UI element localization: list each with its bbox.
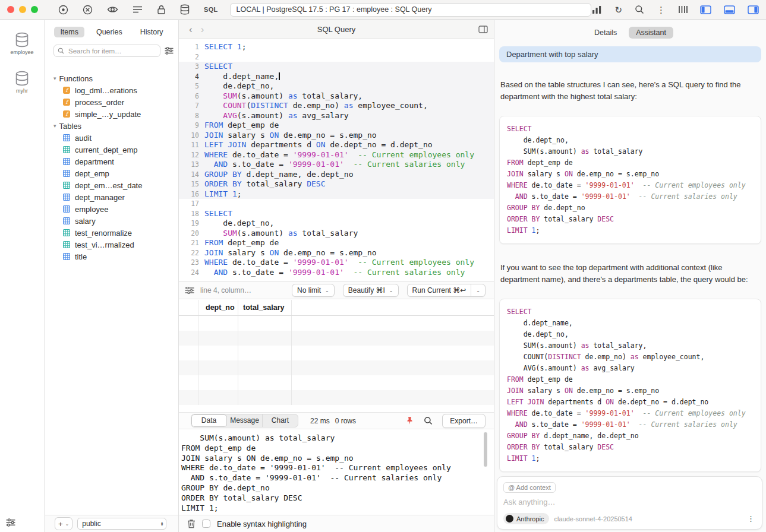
toggle-right-panel-icon[interactable]	[748, 5, 759, 14]
assistant-code-block-1[interactable]: SELECT de.dept_no, SUM(s.amount) as tota…	[499, 116, 761, 244]
sidebar-item-log_dml…erations[interactable]: flog_dml…erations	[45, 84, 178, 96]
beautify-dropdown[interactable]: Beautify ⌘I ⌄	[343, 284, 399, 297]
sidebar-item-test_renormalize[interactable]: test_renormalize	[45, 227, 178, 239]
message-scrollbar[interactable]	[484, 432, 487, 467]
more-options-icon[interactable]: ⋮	[657, 5, 666, 14]
syntax-highlighting-checkbox[interactable]	[202, 520, 210, 528]
database-icon[interactable]	[180, 4, 190, 15]
back-icon[interactable]: ‹	[185, 24, 197, 34]
preview-icon[interactable]	[107, 5, 118, 14]
results-tab-data[interactable]: Data	[191, 414, 227, 427]
editor-line-9[interactable]: 9FROM dept_emp de	[179, 121, 494, 131]
toggle-left-panel-icon[interactable]	[700, 5, 711, 14]
minimize-button[interactable]	[19, 6, 26, 13]
add-item-button[interactable]: + ⌄	[55, 517, 72, 530]
provider-selector[interactable]: Anthropic	[503, 513, 549, 524]
connection-employee[interactable]: employee	[0, 32, 44, 55]
sidebar-item-department[interactable]: department	[45, 156, 178, 167]
sidebar-item-test_vi…rmalized[interactable]: test_vi…rmalized	[45, 239, 178, 251]
result-row[interactable]	[179, 360, 494, 375]
editor-line-2[interactable]: 2	[179, 52, 494, 62]
connection-myhr[interactable]: myhr	[0, 71, 44, 94]
editor-line-18[interactable]: 18SELECT	[179, 209, 494, 219]
sidebar-item-title[interactable]: title	[45, 251, 178, 262]
sidebar-tab-queries[interactable]: Queries	[90, 27, 128, 37]
sidebar-item-process_order[interactable]: fprocess_order	[45, 96, 178, 108]
limit-dropdown[interactable]: No limit ⌄	[292, 284, 335, 297]
editor-line-16[interactable]: 16LIMIT 1;	[179, 189, 494, 200]
editor-line-6[interactable]: 6 SUM(s.amount) as total_salary,	[179, 91, 494, 102]
export-button[interactable]: Export…	[442, 414, 486, 428]
result-row[interactable]	[179, 316, 494, 331]
search-input[interactable]	[67, 47, 156, 55]
toggle-bottom-panel-icon[interactable]	[724, 5, 735, 14]
connection-status-icon[interactable]	[58, 5, 68, 15]
run-current-button[interactable]: Run Current ⌘↩ ⌄	[407, 284, 486, 297]
editor-line-12[interactable]: 12WHERE de.to_date = '9999-01-01' -- Cur…	[179, 150, 494, 160]
results-tab-message[interactable]: Message	[227, 414, 263, 427]
editor-line-11[interactable]: 11LEFT JOIN departments d ON de.dept_no …	[179, 140, 494, 150]
chart-icon[interactable]	[592, 5, 602, 14]
editor-line-22[interactable]: 22JOIN salary s ON de.emp_no = s.emp_no	[179, 248, 494, 258]
sidebar-item-dept_manager[interactable]: dept_manager	[45, 191, 178, 203]
tree-section-tables[interactable]: ▾Tables	[45, 120, 178, 132]
editor-line-15[interactable]: 15ORDER BY total_salary DESC	[179, 179, 494, 189]
result-row[interactable]	[179, 346, 494, 360]
sidebar-tab-items[interactable]: Items	[54, 27, 84, 37]
refresh-icon[interactable]: ↻	[614, 5, 622, 14]
ssl-lock-icon[interactable]	[157, 5, 166, 15]
sidebar-item-dept_em…est_date[interactable]: dept_em…est_date	[45, 179, 178, 191]
editor-line-7[interactable]: 7 COUNT(DISTINCT de.emp_no) as employee_…	[179, 101, 494, 111]
assistant-input-card[interactable]: @ Add context Ask anything… Anthropic cl…	[497, 476, 762, 530]
result-row[interactable]	[179, 390, 494, 405]
column-header-total_salary[interactable]: total_salary	[238, 300, 292, 315]
sidebar-item-audit[interactable]: audit	[45, 132, 178, 144]
message-panel[interactable]: SUM(s.amount) as total_salaryFROM dept_e…	[179, 430, 494, 515]
editor-line-5[interactable]: 5 de.dept_no,	[179, 81, 494, 91]
assistant-prompt-input[interactable]: Ask anything…	[503, 498, 756, 506]
editor-line-8[interactable]: 8 AVG(s.amount) as avg_salary	[179, 111, 494, 121]
sidebar-item-employee[interactable]: employee	[45, 203, 178, 215]
editor-line-19[interactable]: 19 de.dept_no,	[179, 218, 494, 229]
split-view-icon[interactable]	[478, 26, 488, 33]
format-icon[interactable]	[185, 287, 194, 294]
panel-tab-details[interactable]: Details	[587, 27, 624, 39]
table-columns-icon[interactable]	[678, 5, 688, 14]
editor-line-20[interactable]: 20 SUM(s.amount) as total_salary	[179, 229, 494, 239]
editor-line-3[interactable]: 3SELECT	[179, 62, 494, 72]
trash-icon[interactable]	[187, 519, 196, 528]
search-icon[interactable]	[635, 5, 644, 14]
editor-line-23[interactable]: 23WHERE de.to_date = '9999-01-01' -- Cur…	[179, 258, 494, 268]
zoom-button[interactable]	[31, 6, 38, 13]
editor-line-24[interactable]: 24 AND s.to_date = '9999-01-01' -- Curre…	[179, 268, 494, 278]
panel-tab-assistant[interactable]: Assistant	[629, 27, 673, 39]
sql-query-badge[interactable]: SQL	[204, 6, 218, 13]
column-header-dept_no[interactable]: dept_no	[198, 300, 238, 315]
sidebar-item-simple_…y_update[interactable]: fsimple_…y_update	[45, 108, 178, 120]
result-row[interactable]	[179, 375, 494, 390]
disconnect-icon[interactable]	[83, 5, 93, 15]
forward-icon[interactable]: ›	[197, 24, 209, 34]
sidebar-item-dept_emp[interactable]: dept_emp	[45, 167, 178, 179]
result-row[interactable]	[179, 331, 494, 346]
tree-section-functions[interactable]: ▾Functions	[45, 72, 178, 84]
editor-line-4[interactable]: 4 d.dept_name,	[179, 72, 494, 82]
sql-editor[interactable]: 1SELECT 1;23SELECT4 d.dept_name,5 de.dep…	[179, 39, 494, 281]
connection-title[interactable]: LOCAL | PostgreSQL 17.5 : PG 17 : employ…	[230, 3, 591, 17]
sidebar-item-current_dept_emp[interactable]: current_dept_emp	[45, 144, 178, 156]
editor-line-21[interactable]: 21FROM dept_emp de	[179, 238, 494, 248]
editor-line-1[interactable]: 1SELECT 1;	[179, 42, 494, 52]
assistant-code-block-2[interactable]: SELECT d.dept_name, de.dept_no, SUM(s.am…	[499, 299, 761, 472]
editor-line-10[interactable]: 10JOIN salary s ON de.emp_no = s.emp_no	[179, 131, 494, 141]
more-options-icon[interactable]: ⋮	[747, 514, 756, 523]
schema-select[interactable]: public ▴▾	[77, 518, 166, 530]
sidebar-item-salary[interactable]: salary	[45, 215, 178, 227]
add-context-button[interactable]: @ Add context	[503, 482, 556, 493]
filter-icon[interactable]	[165, 47, 174, 55]
sidebar-tab-history[interactable]: History	[134, 27, 169, 37]
pin-icon[interactable]	[405, 416, 414, 425]
item-search-field[interactable]	[53, 45, 160, 57]
connection-filter-icon[interactable]	[6, 518, 15, 527]
editor-line-13[interactable]: 13 AND s.to_date = '9999-01-01' -- Curre…	[179, 160, 494, 170]
results-tab-chart[interactable]: Chart	[263, 414, 298, 427]
